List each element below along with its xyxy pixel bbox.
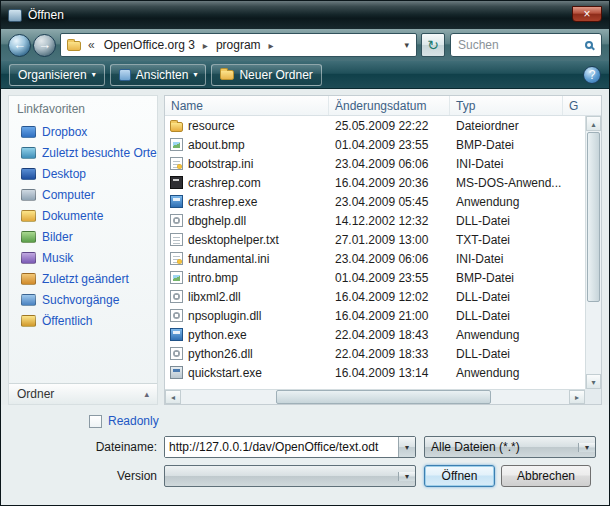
file-name: bootstrap.ini bbox=[188, 157, 253, 171]
sidebar-item-computer[interactable]: Computer bbox=[9, 184, 157, 205]
help-button[interactable]: ? bbox=[583, 66, 601, 84]
breadcrumb-item-openoffice[interactable]: OpenOffice.org 3 bbox=[99, 38, 200, 52]
breadcrumb-overflow-icon[interactable]: « bbox=[88, 38, 95, 52]
file-row[interactable]: bootstrap.ini23.04.2009 06:06INI-Datei bbox=[165, 154, 585, 173]
sidebar-item-label: Bilder bbox=[42, 230, 73, 244]
sidebar-item-label: Suchvorgänge bbox=[42, 293, 119, 307]
version-combobox[interactable]: ▾ bbox=[164, 465, 416, 487]
vertical-scrollbar[interactable]: ▴ ▾ bbox=[585, 116, 601, 389]
file-list-header: Name Änderungsdatum Typ G bbox=[165, 96, 601, 116]
sidebar-item-label: Zuletzt geändert bbox=[42, 272, 129, 286]
file-type: Anwendung bbox=[450, 195, 563, 209]
file-row[interactable]: quickstart.exe16.04.2009 13:14Anwendung bbox=[165, 363, 585, 382]
back-button[interactable]: ← bbox=[8, 34, 31, 57]
file-type: MS-DOS-Anwend... bbox=[450, 176, 563, 190]
filename-input[interactable] bbox=[165, 437, 398, 457]
file-name: crashrep.com bbox=[188, 176, 261, 190]
file-row[interactable]: libxml2.dll16.04.2009 12:02DLL-Datei bbox=[165, 287, 585, 306]
forward-button[interactable]: → bbox=[33, 34, 56, 57]
readonly-label[interactable]: Readonly bbox=[108, 414, 159, 428]
address-dropdown-icon[interactable]: ▾ bbox=[401, 40, 412, 50]
txt-file-icon bbox=[170, 233, 183, 246]
readonly-checkbox[interactable] bbox=[89, 415, 102, 428]
folders-label: Ordner bbox=[17, 387, 54, 401]
sidebar-item-desktop[interactable]: Desktop bbox=[9, 163, 157, 184]
open-button[interactable]: Öffnen bbox=[424, 465, 495, 487]
changed-icon bbox=[21, 273, 36, 285]
scroll-up-icon[interactable]: ▴ bbox=[586, 116, 601, 131]
scroll-down-icon[interactable]: ▾ bbox=[586, 374, 601, 389]
file-date: 23.04.2009 06:06 bbox=[329, 157, 450, 171]
file-row[interactable]: crashrep.exe23.04.2009 05:45Anwendung bbox=[165, 192, 585, 211]
ini-file-icon bbox=[170, 157, 183, 170]
file-list: resource25.05.2009 22:22Dateiordnerabout… bbox=[165, 116, 585, 389]
version-dropdown-button[interactable]: ▾ bbox=[398, 472, 415, 481]
cancel-button[interactable]: Abbrechen bbox=[501, 465, 591, 487]
breadcrumb[interactable]: « OpenOffice.org 3 ▸ program ▸ ▾ bbox=[60, 33, 417, 57]
sidebar-item-music[interactable]: Musik bbox=[9, 247, 157, 268]
column-header-date[interactable]: Änderungsdatum bbox=[329, 96, 450, 115]
new-folder-icon bbox=[220, 70, 234, 80]
file-name: resource bbox=[188, 119, 235, 133]
organize-button[interactable]: Organisieren ▾ bbox=[9, 64, 105, 86]
close-button[interactable]: × bbox=[572, 6, 602, 22]
searches-icon bbox=[21, 294, 36, 306]
file-date: 25.05.2009 22:22 bbox=[329, 119, 450, 133]
sidebar-item-label: Zuletzt besuchte Orte bbox=[42, 146, 157, 160]
scroll-right-icon[interactable]: ▸ bbox=[569, 390, 585, 404]
filename-dropdown-button[interactable]: ▾ bbox=[398, 437, 415, 457]
chevron-right-icon[interactable]: ▸ bbox=[200, 40, 211, 51]
sidebar-item-dropbox[interactable]: Dropbox bbox=[9, 121, 157, 142]
file-row[interactable]: npsoplugin.dll16.04.2009 21:00DLL-Datei bbox=[165, 306, 585, 325]
file-date: 22.04.2009 18:33 bbox=[329, 347, 450, 361]
open-dialog: Öffnen × ← → « OpenOffice.org 3 ▸ progra… bbox=[0, 0, 610, 506]
new-folder-label: Neuer Ordner bbox=[239, 68, 312, 82]
file-row[interactable]: python26.dll22.04.2009 18:33DLL-Datei bbox=[165, 344, 585, 363]
pictures-icon bbox=[21, 231, 36, 243]
breadcrumb-item-program[interactable]: program bbox=[211, 38, 266, 52]
file-row[interactable]: dbghelp.dll14.12.2002 12:32DLL-Datei bbox=[165, 211, 585, 230]
filename-combobox[interactable]: ▾ bbox=[164, 436, 416, 458]
version-row: Version ▾ Öffnen Abbrechen bbox=[8, 465, 602, 487]
file-row[interactable]: about.bmp01.04.2009 23:55BMP-Datei bbox=[165, 135, 585, 154]
filetype-combobox[interactable]: Alle Dateien (*.*) ▾ bbox=[424, 436, 596, 458]
file-row[interactable]: python.exe22.04.2009 18:43Anwendung bbox=[165, 325, 585, 344]
exe-file-icon bbox=[170, 195, 183, 208]
file-type: BMP-Datei bbox=[450, 138, 563, 152]
refresh-button[interactable]: ↻ bbox=[421, 33, 445, 57]
search-input[interactable] bbox=[456, 37, 585, 53]
filename-label: Dateiname: bbox=[8, 440, 164, 454]
column-header-type[interactable]: Typ bbox=[450, 96, 563, 115]
sidebar-spacer bbox=[9, 331, 157, 383]
vertical-scrollbar-thumb[interactable] bbox=[587, 132, 600, 302]
scroll-left-icon[interactable]: ◂ bbox=[165, 390, 181, 404]
file-name: python.exe bbox=[188, 328, 247, 342]
filetype-dropdown-button[interactable]: ▾ bbox=[578, 443, 595, 452]
file-type: DLL-Datei bbox=[450, 290, 563, 304]
horizontal-scrollbar[interactable]: ◂ ▸ bbox=[165, 389, 585, 404]
sidebar-item-recent[interactable]: Zuletzt besuchte Orte bbox=[9, 142, 157, 163]
search-box[interactable] bbox=[450, 33, 602, 57]
horizontal-scrollbar-thumb[interactable] bbox=[276, 390, 491, 404]
sidebar-item-pictures[interactable]: Bilder bbox=[9, 226, 157, 247]
new-folder-button[interactable]: Neuer Ordner bbox=[211, 64, 321, 86]
sidebar-item-public[interactable]: Öffentlich bbox=[9, 310, 157, 331]
file-date: 16.04.2009 21:00 bbox=[329, 309, 450, 323]
file-date: 01.04.2009 23:55 bbox=[329, 138, 450, 152]
file-row[interactable]: crashrep.com16.04.2009 20:36MS-DOS-Anwen… bbox=[165, 173, 585, 192]
forward-arrow-icon: → bbox=[38, 37, 51, 52]
file-row[interactable]: desktophelper.txt27.01.2009 13:00TXT-Dat… bbox=[165, 230, 585, 249]
command-toolbar: Organisieren ▾ Ansichten ▾ Neuer Ordner … bbox=[1, 61, 609, 89]
folders-expander[interactable]: Ordner ▴ bbox=[9, 383, 157, 404]
chevron-right-icon[interactable]: ▸ bbox=[266, 40, 277, 51]
column-header-size[interactable]: G bbox=[563, 96, 601, 115]
file-row[interactable]: fundamental.ini23.04.2009 06:06INI-Datei bbox=[165, 249, 585, 268]
sidebar-item-searches[interactable]: Suchvorgänge bbox=[9, 289, 157, 310]
sidebar-item-label: Desktop bbox=[42, 167, 86, 181]
sidebar-item-documents[interactable]: Dokumente bbox=[9, 205, 157, 226]
views-button[interactable]: Ansichten ▾ bbox=[110, 64, 207, 86]
file-row[interactable]: intro.bmp01.04.2009 23:55BMP-Datei bbox=[165, 268, 585, 287]
column-header-name[interactable]: Name bbox=[165, 96, 329, 115]
sidebar-item-changed[interactable]: Zuletzt geändert bbox=[9, 268, 157, 289]
file-row[interactable]: resource25.05.2009 22:22Dateiordner bbox=[165, 116, 585, 135]
